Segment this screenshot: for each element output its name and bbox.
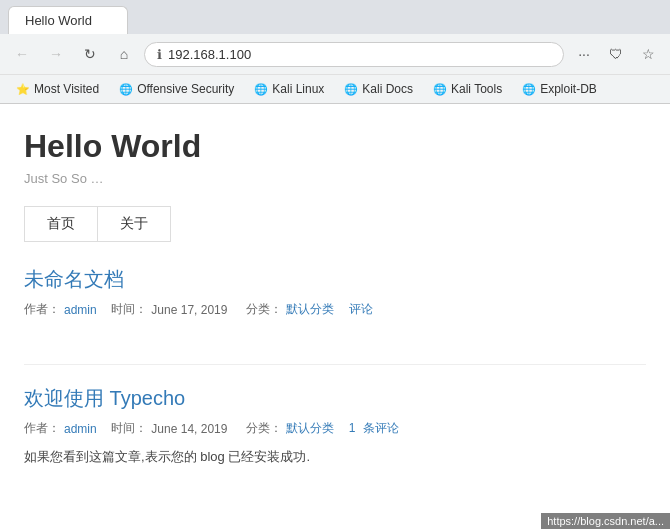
post-2-comment-count-num: 1 <box>349 421 356 435</box>
bookmark-globe-icon-3: 🌐 <box>344 83 358 96</box>
address-bar[interactable]: ℹ 192.168.1.100 <box>144 42 564 67</box>
post-1-author[interactable]: admin <box>64 303 97 317</box>
back-button[interactable]: ← <box>8 40 36 68</box>
post-1: 未命名文档 作者： admin 时间： June 17, 2019 分类： 默认… <box>24 266 646 336</box>
separator <box>101 303 108 317</box>
post-2-excerpt: 如果您看到这篇文章,表示您的 blog 已经安装成功. <box>24 447 646 468</box>
bookmark-kali-linux[interactable]: 🌐 Kali Linux <box>246 79 332 99</box>
separator-6 <box>338 422 345 436</box>
post-2-category[interactable]: 默认分类 <box>286 420 334 437</box>
refresh-button[interactable]: ↻ <box>76 40 104 68</box>
post-2-category-label: 分类： <box>246 420 282 437</box>
bookmark-most-visited[interactable]: ⭐ Most Visited <box>8 79 107 99</box>
nav-tabs: 首页 关于 <box>24 206 171 242</box>
bookmark-exploit-db[interactable]: 🌐 Exploit-DB <box>514 79 605 99</box>
nav-actions: ··· 🛡 ☆ <box>570 40 662 68</box>
bookmark-globe-icon-5: 🌐 <box>522 83 536 96</box>
site-subtitle: Just So So … <box>24 171 646 186</box>
forward-button[interactable]: → <box>42 40 70 68</box>
bookmarks-bar: ⭐ Most Visited 🌐 Offensive Security 🌐 Ka… <box>0 74 670 103</box>
page-content: Hello World Just So So … 首页 关于 未命名文档 作者：… <box>0 104 670 528</box>
bookmark-globe-icon-4: 🌐 <box>433 83 447 96</box>
bookmark-globe-icon: 🌐 <box>119 83 133 96</box>
post-1-meta: 作者： admin 时间： June 17, 2019 分类： 默认分类 评论 <box>24 301 646 318</box>
home-button[interactable]: ⌂ <box>110 40 138 68</box>
post-2-author-label: 作者： <box>24 420 60 437</box>
bookmark-label: Kali Docs <box>362 82 413 96</box>
bookmark-label: Kali Linux <box>272 82 324 96</box>
separator-4 <box>101 422 108 436</box>
post-1-title[interactable]: 未命名文档 <box>24 266 646 293</box>
bookmark-offensive-security[interactable]: 🌐 Offensive Security <box>111 79 242 99</box>
bookmark-label: Most Visited <box>34 82 99 96</box>
post-2-comment-count[interactable]: 1 条评论 <box>349 420 403 437</box>
info-icon: ℹ <box>157 47 162 62</box>
post-1-comment[interactable]: 评论 <box>349 301 373 318</box>
bookmark-globe-icon-2: 🌐 <box>254 83 268 96</box>
star-button[interactable]: ☆ <box>634 40 662 68</box>
browser-chrome: Hello World ← → ↻ ⌂ ℹ 192.168.1.100 ··· … <box>0 0 670 104</box>
post-1-author-label: 作者： <box>24 301 60 318</box>
site-title: Hello World <box>24 128 646 165</box>
bookmark-label: Kali Tools <box>451 82 502 96</box>
bookmark-icon: ⭐ <box>16 83 30 96</box>
post-2-author[interactable]: admin <box>64 422 97 436</box>
tab-home[interactable]: 首页 <box>25 207 98 241</box>
tab-bar: Hello World <box>0 0 670 34</box>
nav-bar: ← → ↻ ⌂ ℹ 192.168.1.100 ··· 🛡 ☆ <box>0 34 670 74</box>
bookmark-kali-docs[interactable]: 🌐 Kali Docs <box>336 79 421 99</box>
bookmark-kali-tools[interactable]: 🌐 Kali Tools <box>425 79 510 99</box>
post-2-time-label: 时间： <box>111 420 147 437</box>
post-2-comment-label: 条评论 <box>363 421 399 435</box>
post-1-category[interactable]: 默认分类 <box>286 301 334 318</box>
post-1-time-label: 时间： <box>111 301 147 318</box>
post-2: 欢迎使用 Typecho 作者： admin 时间： June 14, 2019… <box>24 385 646 476</box>
bookmark-label: Exploit-DB <box>540 82 597 96</box>
post-1-category-label: 分类： <box>246 301 282 318</box>
shield-button[interactable]: 🛡 <box>602 40 630 68</box>
address-text: 192.168.1.100 <box>168 47 551 62</box>
separator-3 <box>338 303 345 317</box>
post-1-time: June 17, 2019 <box>151 303 227 317</box>
tab-about[interactable]: 关于 <box>98 207 170 241</box>
post-2-meta: 作者： admin 时间： June 14, 2019 分类： 默认分类 1 条… <box>24 420 646 437</box>
divider <box>24 364 646 365</box>
post-2-title[interactable]: 欢迎使用 Typecho <box>24 385 646 412</box>
separator-5 <box>235 422 242 436</box>
bookmark-label: Offensive Security <box>137 82 234 96</box>
post-2-time: June 14, 2019 <box>151 422 227 436</box>
separator-2 <box>235 303 242 317</box>
active-tab[interactable]: Hello World <box>8 6 128 34</box>
more-button[interactable]: ··· <box>570 40 598 68</box>
